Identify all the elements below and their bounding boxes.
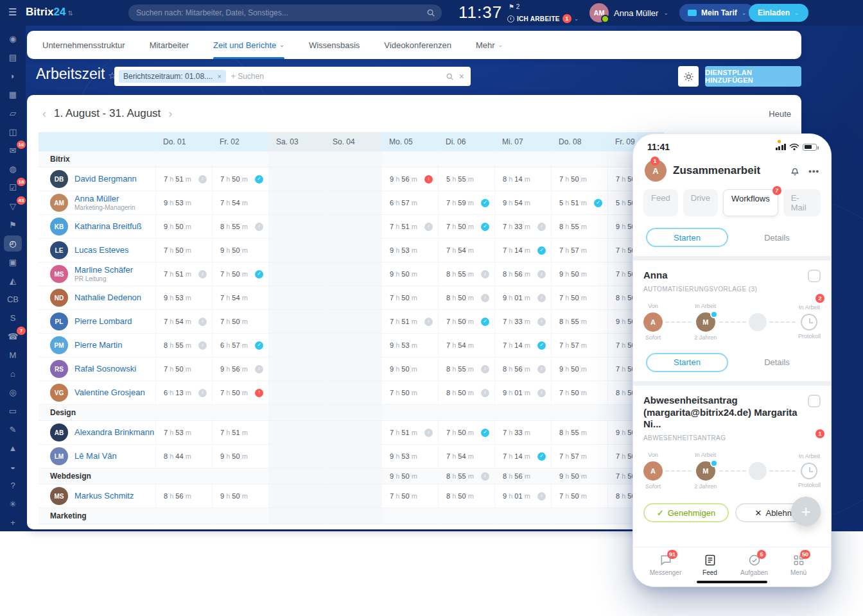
live-feed-icon[interactable]: ◉	[4, 31, 22, 47]
tab-workflows[interactable]: Workflows7	[723, 189, 778, 216]
employee-link[interactable]: Lucas Esteves	[74, 246, 129, 255]
stream-icon[interactable]: ▣	[4, 254, 22, 270]
employee-link[interactable]: David Bergmann	[74, 175, 137, 184]
today-link[interactable]: Heute	[769, 109, 791, 119]
check-icon: ✓	[657, 508, 664, 518]
workspace-cb-item[interactable]: CB	[4, 291, 22, 307]
notifications-bell-icon[interactable]	[789, 165, 801, 176]
time-cell	[438, 151, 494, 167]
tab-email[interactable]: E-Mail	[783, 189, 821, 216]
employee-link[interactable]: Alexandra Brinkmann	[74, 428, 154, 438]
hamburger-menu-icon[interactable]: ☰	[8, 6, 17, 18]
work-status-toggle[interactable]: ICH ARBEITE 1 ⌄	[507, 14, 579, 23]
chart-icon[interactable]: ▲	[4, 440, 22, 456]
help-icon[interactable]: ?	[4, 477, 22, 493]
nav-tab-2[interactable]: Zeit und Berichte⌄	[213, 31, 284, 59]
add-fab-button[interactable]: +	[791, 497, 821, 526]
time-cell	[155, 508, 212, 524]
workspace-s-item[interactable]: S	[4, 310, 22, 326]
employee-link[interactable]: Rafał Sosnowski	[74, 364, 136, 374]
invite-button[interactable]: Einladen ⌄	[749, 4, 808, 22]
nav-feed[interactable]: Feed	[688, 554, 732, 576]
add-schedule-button[interactable]: DIENSTPLAN HINZUFÜGEN	[705, 66, 801, 87]
nav-tab-1[interactable]: Mitarbeiter	[150, 31, 189, 59]
news-icon[interactable]: ▤	[4, 49, 22, 65]
filter-chip[interactable]: Berichtszeitraum: 01.08....×	[119, 70, 226, 83]
nav-tab-5[interactable]: Mehr⌄	[476, 31, 503, 59]
start-button[interactable]: Starten	[646, 353, 729, 372]
settings-gear-button[interactable]	[678, 66, 699, 87]
nav-tasks[interactable]: Aufgaben 5	[732, 554, 776, 576]
clear-filter-icon[interactable]: ×	[459, 71, 464, 81]
analytics-icon[interactable]: ◭	[4, 273, 22, 289]
details-button[interactable]: Details	[764, 357, 790, 367]
next-period-icon[interactable]: ›	[166, 107, 175, 121]
telephony-icon[interactable]: ☎7	[4, 329, 22, 345]
bitrix-logo[interactable]: Bitrix24⇅	[26, 6, 73, 19]
search-icon[interactable]	[426, 8, 435, 17]
global-search[interactable]	[128, 4, 442, 21]
tab-feed[interactable]: Feed	[643, 189, 678, 216]
nav-tab-3[interactable]: Wissensbasis	[309, 31, 360, 59]
filter-search-placeholder[interactable]: + Suchen	[231, 72, 440, 81]
previous-period-icon[interactable]: ‹	[40, 107, 49, 121]
plan-button[interactable]: Mein Tarif ⌄	[679, 4, 754, 22]
workflow-card[interactable]: Abwesenheitsantrag (margarita@bitrix24.d…	[633, 386, 831, 499]
edit-icon[interactable]: ✎	[4, 422, 22, 438]
filter-search-icon[interactable]	[446, 73, 454, 81]
settings-icon[interactable]: ✳	[4, 496, 22, 512]
employee-avatar: PL	[50, 312, 68, 330]
employee-link[interactable]: Valentine Grosjean	[74, 388, 145, 398]
crm-icon[interactable]: ◍	[4, 161, 22, 177]
nav-menu[interactable]: Menü 50	[776, 554, 821, 576]
chat-icon[interactable]: ◗	[4, 68, 22, 84]
more-icon[interactable]: •••	[808, 166, 819, 176]
employee-link[interactable]: Lê Mai Vân	[74, 452, 117, 461]
start-button[interactable]: Starten	[646, 228, 729, 247]
timeman-icon[interactable]: ◴	[4, 235, 22, 252]
employee-link[interactable]: Anna Müller	[74, 194, 135, 204]
home-icon[interactable]: ⌂	[4, 366, 22, 382]
sales-funnel-icon[interactable]: ▽43	[4, 198, 22, 214]
time-cell: 9 h 50 m	[551, 262, 607, 286]
employee-link[interactable]: Markus Schmitz	[74, 492, 134, 501]
check-icon: ✓	[481, 318, 489, 326]
workflow-checkbox[interactable]	[808, 395, 821, 407]
time-cell: 9 h 01 mi	[494, 381, 551, 405]
remove-filter-icon[interactable]: ×	[217, 73, 221, 80]
details-button[interactable]: Details	[764, 233, 790, 243]
target-icon[interactable]: ◎	[4, 384, 22, 400]
nav-tab-4[interactable]: Videokonferenzen	[384, 31, 451, 59]
filter-bar[interactable]: Berichtszeitraum: 01.08....× + Suchen ×	[114, 67, 471, 86]
employee-avatar: MS	[50, 265, 68, 283]
avatar[interactable]: A1	[645, 160, 667, 182]
tasks-icon[interactable]: ☑18	[4, 180, 22, 196]
workflow-checkbox[interactable]	[808, 270, 821, 282]
workspace-m-item[interactable]: M	[4, 347, 22, 363]
chevron-down-icon: ⌄	[794, 10, 799, 16]
time-cell	[268, 191, 325, 215]
work-clock[interactable]: 11:37	[458, 3, 502, 22]
clipboard-icon[interactable]: ▭	[4, 403, 22, 419]
market-icon[interactable]: ⚑	[4, 217, 22, 233]
employee-link[interactable]: Pierre Martin	[74, 341, 122, 350]
time-cell: 7 h 51 mi	[155, 167, 212, 191]
nav-tab-0[interactable]: Unternehmensstruktur	[42, 31, 125, 59]
nav-messenger[interactable]: Messenger 91	[643, 554, 688, 576]
user-menu[interactable]: AM Anna Müller ⌄	[589, 3, 668, 22]
employee-link[interactable]: Marline Schäfer	[74, 266, 133, 275]
employee-link[interactable]: Pierre Lombard	[74, 317, 132, 327]
calendar-icon[interactable]: ▦	[4, 87, 22, 103]
documents-icon[interactable]: ▱	[4, 105, 22, 121]
approve-button[interactable]: ✓Genehmigen	[643, 503, 729, 522]
workflow-card[interactable]: Anna AUTOMATISIERUNGSVORLAGE (3) 2 VonAS…	[633, 261, 831, 350]
employee-link[interactable]: Katharina Breitfuß	[74, 222, 142, 232]
tab-drive[interactable]: Drive	[683, 189, 718, 216]
time-cell: 7 h 54 m	[212, 191, 268, 215]
more-apps-icon[interactable]: ◒	[4, 459, 22, 475]
global-search-input[interactable]	[136, 8, 426, 17]
employee-link[interactable]: Nathalie Dedenon	[74, 293, 141, 303]
mail-icon[interactable]: ✉16	[4, 142, 22, 158]
drive-icon[interactable]: ◫	[4, 124, 22, 140]
add-icon[interactable]: +	[4, 515, 22, 531]
